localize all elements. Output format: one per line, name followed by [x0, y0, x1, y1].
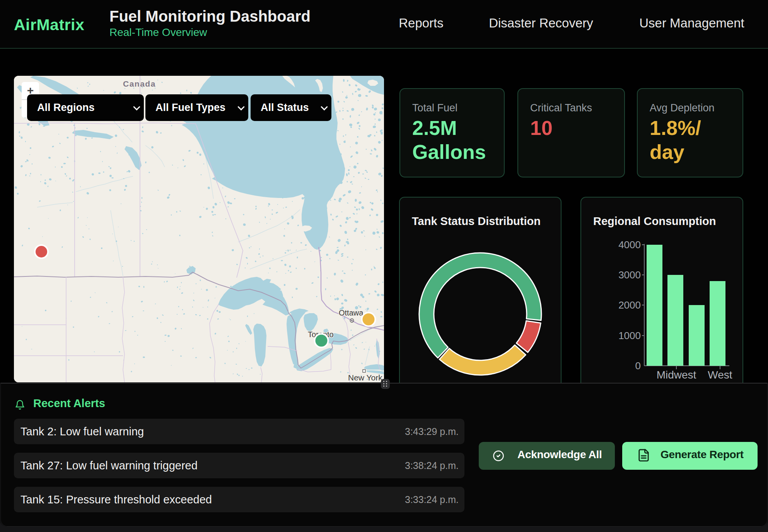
svg-text:4000: 4000: [618, 239, 641, 251]
svg-text:2000: 2000: [618, 299, 641, 311]
svg-text:West: West: [708, 369, 732, 381]
svg-text:3000: 3000: [618, 269, 641, 281]
svg-text:0: 0: [635, 360, 641, 372]
svg-text:Canada: Canada: [123, 79, 156, 88]
svg-text:Midwest: Midwest: [657, 369, 696, 381]
svg-text:1000: 1000: [618, 330, 641, 341]
svg-text:Ottawa: Ottawa: [339, 309, 364, 317]
svg-text:New York: New York: [348, 373, 382, 382]
